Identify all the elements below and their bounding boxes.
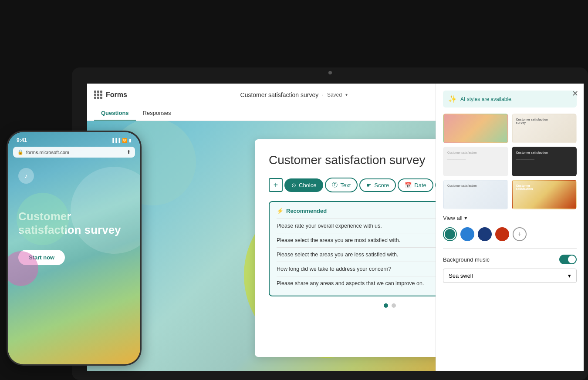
date-button[interactable]: 📅 Date	[398, 178, 433, 192]
close-panel-button[interactable]: ✕	[572, 89, 578, 98]
separator: ·	[322, 91, 324, 98]
ai-banner: ✨ AI styles are available.	[443, 91, 577, 108]
tabs-bar: Questions Responses	[87, 106, 436, 121]
add-question-button[interactable]: +	[269, 178, 283, 192]
phone-status-icons: ▐▐▐ 🛜 ▮	[111, 138, 132, 143]
music-selection: Sea swell	[449, 272, 473, 279]
share-icon: ⬆	[127, 149, 131, 155]
signal-icon: ▐▐▐	[111, 138, 120, 143]
music-label: Background music	[443, 256, 490, 263]
tablet-camera	[328, 71, 332, 74]
phone-url: forms.microsoft.com	[26, 150, 69, 155]
toggle-knob	[568, 256, 576, 263]
date-icon: 📅	[405, 182, 412, 188]
app-name: Forms	[106, 91, 127, 99]
choice-button[interactable]: ⊙ Choice	[284, 178, 323, 192]
lock-icon: 🔒	[17, 149, 24, 155]
swatch-red[interactable]	[495, 227, 509, 241]
theme-card-3[interactable]: Customer satisfaction ──────────────────…	[443, 147, 508, 176]
theme-grid: Customer satisfactionsurvey Customer sat…	[443, 114, 577, 209]
phone-time: 9:41	[17, 137, 27, 143]
phone-mockup: 9:41 ▐▐▐ 🛜 ▮ 🔒 forms.microsoft.com ⬆ ♪ C…	[7, 131, 142, 366]
music-toggle[interactable]	[559, 255, 577, 264]
style-panel: ✕ ✨ AI styles are available. Customer sa…	[436, 84, 584, 371]
waffle-icon[interactable]	[94, 91, 102, 99]
lightning-icon: ⚡	[277, 208, 284, 214]
ai-sparkle-icon: ✨	[448, 95, 457, 103]
phone-status-bar: 9:41 ▐▐▐ 🛜 ▮	[8, 132, 140, 145]
recommended-title: ⚡ Recommended	[277, 208, 327, 214]
topbar-center: Customer satisfaction survey · Saved ▾	[134, 91, 454, 98]
dot-2[interactable]	[392, 303, 396, 308]
music-header: Background music	[443, 255, 577, 264]
swatch-blue[interactable]	[460, 227, 474, 241]
text-icon: Ⓣ	[332, 181, 338, 189]
phone-circle-medium	[17, 193, 69, 245]
wifi-icon: 🛜	[122, 138, 127, 143]
add-color-button[interactable]: +	[513, 227, 527, 241]
phone-address-bar[interactable]: 🔒 forms.microsoft.com ⬆	[13, 147, 135, 158]
theme-card-6[interactable]: Customersatisfaction	[512, 180, 577, 209]
survey-title-topbar: Customer satisfaction survey	[240, 91, 319, 98]
text-button[interactable]: Ⓣ Text	[325, 178, 358, 192]
swatch-darkblue[interactable]	[478, 227, 492, 241]
theme-card-5[interactable]: Customer satisfaction	[443, 180, 508, 209]
theme-card-2[interactable]: Customer satisfactionsurvey	[512, 114, 577, 143]
score-icon: ☛	[366, 182, 372, 188]
choice-icon: ⊙	[291, 182, 296, 188]
swatch-teal[interactable]	[443, 227, 457, 241]
tablet-screen: Forms Customer satisfaction survey · Sav…	[87, 84, 584, 371]
music-section: Background music Sea swell ▾	[443, 248, 577, 283]
score-button[interactable]: ☛ Score	[359, 178, 396, 192]
saved-status: Saved	[327, 92, 342, 98]
chevron-right-icon: ▾	[464, 215, 467, 221]
chevron-down-icon[interactable]: ▾	[345, 92, 348, 97]
color-swatches: +	[443, 227, 577, 241]
dropdown-chevron-icon: ▾	[568, 272, 571, 279]
logo-area: Forms	[87, 91, 134, 99]
tab-responses[interactable]: Responses	[136, 106, 178, 121]
tab-questions[interactable]: Questions	[94, 106, 136, 121]
dot-1[interactable]	[384, 303, 388, 308]
music-dropdown[interactable]: Sea swell ▾	[443, 269, 577, 283]
view-all-button[interactable]: View all ▾	[443, 215, 467, 221]
battery-icon: ▮	[129, 138, 132, 143]
theme-card-1[interactable]	[443, 114, 508, 143]
ai-message: AI styles are available.	[460, 96, 513, 102]
phone-circle-pink	[8, 251, 38, 286]
phone-screen: 9:41 ▐▐▐ 🛜 ▮ 🔒 forms.microsoft.com ⬆ ♪ C…	[8, 132, 140, 364]
phone-music-button[interactable]: ♪	[18, 168, 34, 184]
theme-card-4[interactable]: Customer satisfaction ──────────────────…	[512, 147, 577, 176]
